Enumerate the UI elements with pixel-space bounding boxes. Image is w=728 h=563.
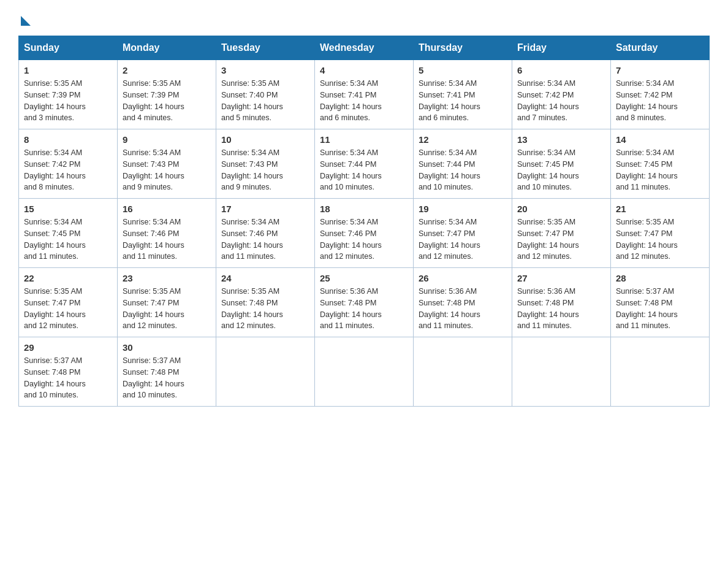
day-number: 17	[221, 204, 309, 214]
calendar-day-cell: 15 Sunrise: 5:34 AM Sunset: 7:45 PM Dayl…	[19, 199, 118, 268]
day-info: Sunrise: 5:36 AM Sunset: 7:48 PM Dayligh…	[419, 286, 507, 332]
calendar-day-cell	[611, 337, 710, 407]
day-number: 6	[517, 65, 605, 75]
day-number: 27	[517, 273, 605, 283]
day-number: 7	[616, 65, 704, 75]
day-number: 21	[616, 204, 704, 214]
calendar-day-cell: 30 Sunrise: 5:37 AM Sunset: 7:48 PM Dayl…	[118, 337, 216, 407]
calendar-day-cell: 19 Sunrise: 5:34 AM Sunset: 7:47 PM Dayl…	[414, 199, 512, 268]
day-info: Sunrise: 5:34 AM Sunset: 7:47 PM Dayligh…	[419, 216, 507, 262]
day-number: 14	[616, 134, 704, 145]
calendar-day-cell: 9 Sunrise: 5:34 AM Sunset: 7:43 PM Dayli…	[118, 129, 216, 199]
day-number: 12	[419, 134, 507, 145]
day-info: Sunrise: 5:34 AM Sunset: 7:46 PM Dayligh…	[320, 216, 408, 262]
day-info: Sunrise: 5:34 AM Sunset: 7:45 PM Dayligh…	[616, 147, 704, 193]
day-info: Sunrise: 5:34 AM Sunset: 7:42 PM Dayligh…	[517, 78, 605, 124]
calendar-day-cell: 1 Sunrise: 5:35 AM Sunset: 7:39 PM Dayli…	[19, 60, 118, 129]
day-info: Sunrise: 5:34 AM Sunset: 7:41 PM Dayligh…	[419, 78, 507, 124]
calendar-day-cell: 2 Sunrise: 5:35 AM Sunset: 7:39 PM Dayli…	[118, 60, 216, 129]
day-info: Sunrise: 5:37 AM Sunset: 7:48 PM Dayligh…	[24, 355, 112, 401]
day-number: 18	[320, 204, 408, 214]
day-info: Sunrise: 5:34 AM Sunset: 7:44 PM Dayligh…	[320, 147, 408, 193]
calendar-day-cell: 21 Sunrise: 5:35 AM Sunset: 7:47 PM Dayl…	[611, 199, 710, 268]
calendar-day-cell: 25 Sunrise: 5:36 AM Sunset: 7:48 PM Dayl…	[315, 268, 414, 337]
calendar-week-row: 22 Sunrise: 5:35 AM Sunset: 7:47 PM Dayl…	[19, 268, 710, 337]
day-number: 15	[24, 204, 112, 214]
day-info: Sunrise: 5:34 AM Sunset: 7:46 PM Dayligh…	[123, 216, 211, 262]
logo-arrow-icon	[21, 16, 31, 26]
day-info: Sunrise: 5:36 AM Sunset: 7:48 PM Dayligh…	[517, 286, 605, 332]
day-info: Sunrise: 5:34 AM Sunset: 7:44 PM Dayligh…	[419, 147, 507, 193]
day-info: Sunrise: 5:35 AM Sunset: 7:47 PM Dayligh…	[24, 286, 112, 332]
calendar-day-cell	[315, 337, 414, 407]
calendar-day-cell: 4 Sunrise: 5:34 AM Sunset: 7:41 PM Dayli…	[315, 60, 414, 129]
day-number: 8	[24, 134, 112, 145]
day-number: 4	[320, 65, 408, 75]
calendar-day-cell: 14 Sunrise: 5:34 AM Sunset: 7:45 PM Dayl…	[611, 129, 710, 199]
weekday-header-thursday: Thursday	[414, 36, 512, 60]
day-info: Sunrise: 5:34 AM Sunset: 7:43 PM Dayligh…	[123, 147, 211, 193]
calendar-day-cell: 11 Sunrise: 5:34 AM Sunset: 7:44 PM Dayl…	[315, 129, 414, 199]
calendar-day-cell: 28 Sunrise: 5:37 AM Sunset: 7:48 PM Dayl…	[611, 268, 710, 337]
calendar-day-cell	[414, 337, 512, 407]
calendar-week-row: 8 Sunrise: 5:34 AM Sunset: 7:42 PM Dayli…	[19, 129, 710, 199]
day-number: 1	[24, 65, 112, 75]
day-number: 3	[221, 65, 309, 75]
weekday-header-tuesday: Tuesday	[216, 36, 315, 60]
calendar-day-cell: 6 Sunrise: 5:34 AM Sunset: 7:42 PM Dayli…	[512, 60, 611, 129]
day-number: 13	[517, 134, 605, 145]
weekday-header-wednesday: Wednesday	[315, 36, 414, 60]
day-number: 29	[24, 342, 112, 353]
day-info: Sunrise: 5:35 AM Sunset: 7:47 PM Dayligh…	[616, 216, 704, 262]
calendar-day-cell	[512, 337, 611, 407]
day-info: Sunrise: 5:34 AM Sunset: 7:41 PM Dayligh…	[320, 78, 408, 124]
calendar-day-cell: 5 Sunrise: 5:34 AM Sunset: 7:41 PM Dayli…	[414, 60, 512, 129]
day-number: 30	[123, 342, 211, 353]
day-number: 9	[123, 134, 211, 145]
day-info: Sunrise: 5:34 AM Sunset: 7:42 PM Dayligh…	[616, 78, 704, 124]
calendar-day-cell: 24 Sunrise: 5:35 AM Sunset: 7:48 PM Dayl…	[216, 268, 315, 337]
calendar-day-cell: 17 Sunrise: 5:34 AM Sunset: 7:46 PM Dayl…	[216, 199, 315, 268]
day-info: Sunrise: 5:35 AM Sunset: 7:48 PM Dayligh…	[221, 286, 309, 332]
day-info: Sunrise: 5:36 AM Sunset: 7:48 PM Dayligh…	[320, 286, 408, 332]
day-info: Sunrise: 5:34 AM Sunset: 7:45 PM Dayligh…	[517, 147, 605, 193]
calendar-day-cell: 10 Sunrise: 5:34 AM Sunset: 7:43 PM Dayl…	[216, 129, 315, 199]
calendar-day-cell: 12 Sunrise: 5:34 AM Sunset: 7:44 PM Dayl…	[414, 129, 512, 199]
calendar-day-cell: 26 Sunrise: 5:36 AM Sunset: 7:48 PM Dayl…	[414, 268, 512, 337]
page-header	[18, 12, 710, 23]
day-number: 24	[221, 273, 309, 283]
day-info: Sunrise: 5:34 AM Sunset: 7:45 PM Dayligh…	[24, 216, 112, 262]
day-info: Sunrise: 5:35 AM Sunset: 7:39 PM Dayligh…	[24, 78, 112, 124]
calendar-day-cell: 27 Sunrise: 5:36 AM Sunset: 7:48 PM Dayl…	[512, 268, 611, 337]
calendar-day-cell: 18 Sunrise: 5:34 AM Sunset: 7:46 PM Dayl…	[315, 199, 414, 268]
calendar-week-row: 29 Sunrise: 5:37 AM Sunset: 7:48 PM Dayl…	[19, 337, 710, 407]
weekday-header-row: SundayMondayTuesdayWednesdayThursdayFrid…	[19, 36, 710, 60]
calendar-day-cell: 8 Sunrise: 5:34 AM Sunset: 7:42 PM Dayli…	[19, 129, 118, 199]
calendar-day-cell: 16 Sunrise: 5:34 AM Sunset: 7:46 PM Dayl…	[118, 199, 216, 268]
weekday-header-sunday: Sunday	[19, 36, 118, 60]
day-info: Sunrise: 5:35 AM Sunset: 7:47 PM Dayligh…	[123, 286, 211, 332]
day-number: 10	[221, 134, 309, 145]
calendar-day-cell: 7 Sunrise: 5:34 AM Sunset: 7:42 PM Dayli…	[611, 60, 710, 129]
calendar-day-cell: 29 Sunrise: 5:37 AM Sunset: 7:48 PM Dayl…	[19, 337, 118, 407]
calendar-day-cell: 13 Sunrise: 5:34 AM Sunset: 7:45 PM Dayl…	[512, 129, 611, 199]
day-number: 5	[419, 65, 507, 75]
day-info: Sunrise: 5:37 AM Sunset: 7:48 PM Dayligh…	[616, 286, 704, 332]
calendar-week-row: 1 Sunrise: 5:35 AM Sunset: 7:39 PM Dayli…	[19, 60, 710, 129]
calendar-day-cell	[216, 337, 315, 407]
weekday-header-saturday: Saturday	[611, 36, 710, 60]
day-number: 28	[616, 273, 704, 283]
day-number: 25	[320, 273, 408, 283]
calendar-day-cell: 23 Sunrise: 5:35 AM Sunset: 7:47 PM Dayl…	[118, 268, 216, 337]
day-number: 11	[320, 134, 408, 145]
weekday-header-friday: Friday	[512, 36, 611, 60]
logo	[18, 12, 31, 23]
day-number: 16	[123, 204, 211, 214]
day-number: 26	[419, 273, 507, 283]
day-number: 22	[24, 273, 112, 283]
day-info: Sunrise: 5:34 AM Sunset: 7:42 PM Dayligh…	[24, 147, 112, 193]
day-number: 19	[419, 204, 507, 214]
day-info: Sunrise: 5:34 AM Sunset: 7:43 PM Dayligh…	[221, 147, 309, 193]
day-info: Sunrise: 5:34 AM Sunset: 7:46 PM Dayligh…	[221, 216, 309, 262]
calendar-table: SundayMondayTuesdayWednesdayThursdayFrid…	[18, 36, 710, 407]
